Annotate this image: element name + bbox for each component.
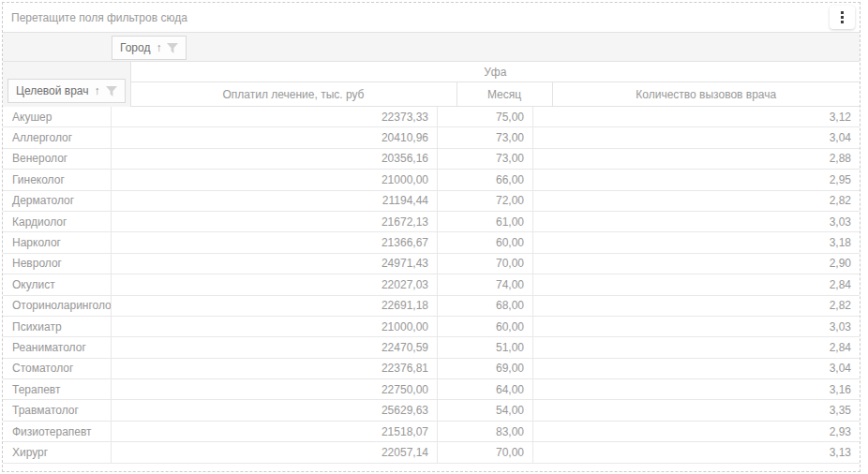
row-header-cell: Невролог [3,254,112,274]
value-cell: 66,00 [438,170,533,189]
table-row: Гинеколог 21000,00 66,00 2,95 [3,170,860,190]
value-cell: 21366,67 [112,232,438,252]
row-header-cell: Венеролог [3,149,112,169]
sort-asc-icon[interactable]: ↑ [95,85,100,96]
row-field-target-doctor-chip[interactable]: Целевой врач ↑ [7,79,126,103]
value-cell: 72,00 [438,191,533,211]
value-cell: 69,00 [438,359,533,378]
value-cell: 2,93 [533,422,860,441]
value-cell: 22057,14 [112,442,438,462]
row-header-cell: Травматолог [3,400,112,420]
row-header-cell: Терапевт [3,379,112,399]
pivot-data-area: Акушер 22373,33 75,00 3,12 Аллерголог 20… [3,107,860,471]
value-cell: 2,84 [533,337,860,357]
value-cell: 21194,44 [112,191,438,211]
row-header-cell: Оториноларинголог [3,296,112,316]
filter-drop-hint: Перетащите поля фильтров сюда [11,11,187,24]
value-cell: 83,00 [438,422,533,441]
value-cell: 54,00 [438,400,533,420]
value-cell: 22373,33 [112,107,438,126]
pivot-grid: Перетащите поля фильтров сюда Город ↑ Це… [2,2,861,472]
table-row: Физиотерапевт 21518,07 83,00 2,93 [3,422,860,442]
value-cell: 73,00 [438,127,533,147]
measure-headers-row: Оплатил лечение, тыс. руб Месяц Количест… [131,82,861,107]
row-header-cell: Окулист [3,274,112,294]
row-field-label: Целевой врач [16,84,89,97]
measure-header-month[interactable]: Месяц [457,82,553,106]
row-header-cell: Реаниматолог [3,337,112,357]
value-cell: 3,12 [533,107,860,126]
table-row: Окулист 22027,03 74,00 2,84 [3,274,860,295]
value-cell: 2,95 [533,170,860,189]
value-cell: 60,00 [438,232,533,252]
value-cell: 2,84 [533,274,860,294]
value-cell: 3,03 [533,212,860,231]
value-cell: 20356,16 [112,149,438,169]
value-cell: 24971,43 [112,254,438,274]
table-row: Реаниматолог 22470,59 51,00 2,84 [3,337,860,358]
column-group-header-city[interactable]: Уфа [131,62,861,82]
row-header-cell: Психиатр [3,317,112,336]
table-row: Хирург 22057,14 70,00 3,13 [3,442,860,463]
value-cell: 3,35 [533,400,860,420]
value-cell: 60,00 [438,317,533,336]
column-field-label: Город [120,41,150,54]
value-cell: 73,00 [438,149,533,169]
value-cell: 64,00 [438,379,533,399]
value-cell: 22376,81 [112,359,438,378]
table-row: Аллерголог 20410,96 73,00 3,04 [3,127,860,148]
row-header-cell: Нарколог [3,232,112,252]
value-cell: 21000,00 [112,170,438,189]
table-row: Акушер 22373,33 75,00 3,12 [3,107,860,127]
value-cell: 22027,03 [112,274,438,294]
value-cell: 2,88 [533,149,860,169]
row-header-cell: Дерматолог [3,191,112,211]
row-fields-area[interactable]: Целевой врач ↑ [3,62,131,107]
measure-header-payment[interactable]: Оплатил лечение, тыс. руб [131,82,457,106]
value-cell: 3,04 [533,127,860,147]
sort-asc-icon[interactable]: ↑ [156,42,161,53]
measure-header-calls[interactable]: Количество вызовов врача [553,82,861,106]
value-cell: 21000,00 [112,317,438,336]
value-cell: 3,03 [533,317,860,336]
row-header-cell: Кардиолог [3,212,112,231]
row-header-cell: Гинеколог [3,170,112,189]
row-header-cell: Аллерголог [3,127,112,147]
value-cell: 25629,63 [112,400,438,420]
value-cell: 21518,07 [112,422,438,441]
column-field-city-chip[interactable]: Город ↑ [112,36,187,60]
value-cell: 22691,18 [112,296,438,316]
field-chooser-menu-button[interactable] [830,6,855,29]
table-row: Психиатр 21000,00 60,00 3,03 [3,317,860,337]
column-fields-area[interactable]: Город ↑ [3,33,860,62]
table-row: Стоматолог 22376,81 69,00 3,04 [3,359,860,379]
value-cell: 2,82 [533,296,860,316]
row-header-cell: Стоматолог [3,359,112,378]
column-headers-area: Уфа Оплатил лечение, тыс. руб Месяц Коли… [131,62,861,107]
table-row: Венеролог 20356,16 73,00 2,88 [3,149,860,170]
table-row: Кардиолог 21672,13 61,00 3,03 [3,212,860,232]
table-row: Терапевт 22750,00 64,00 3,16 [3,379,860,400]
table-row: Оториноларинголог 22691,18 68,00 2,82 [3,296,860,317]
value-cell: 2,90 [533,254,860,274]
value-cell: 22470,59 [112,337,438,357]
table-row: Нарколог 21366,67 60,00 3,18 [3,232,860,253]
row-header-cell: Физиотерапевт [3,422,112,441]
row-header-cell: Акушер [3,107,112,126]
filter-fields-drop-area[interactable]: Перетащите поля фильтров сюда [3,3,860,33]
filter-funnel-icon[interactable] [106,86,117,96]
value-cell: 3,04 [533,359,860,378]
value-cell: 74,00 [438,274,533,294]
table-row: Невролог 24971,43 70,00 2,90 [3,254,860,274]
filter-funnel-icon[interactable] [167,43,178,53]
value-cell: 20410,96 [112,127,438,147]
value-cell: 21672,13 [112,212,438,231]
row-header-cell: Хирург [3,442,112,462]
value-cell: 61,00 [438,212,533,231]
value-cell: 3,13 [533,442,860,462]
value-cell: 22750,00 [112,379,438,399]
value-cell: 70,00 [438,442,533,462]
value-cell: 51,00 [438,337,533,357]
value-cell: 70,00 [438,254,533,274]
value-cell: 3,18 [533,232,860,252]
